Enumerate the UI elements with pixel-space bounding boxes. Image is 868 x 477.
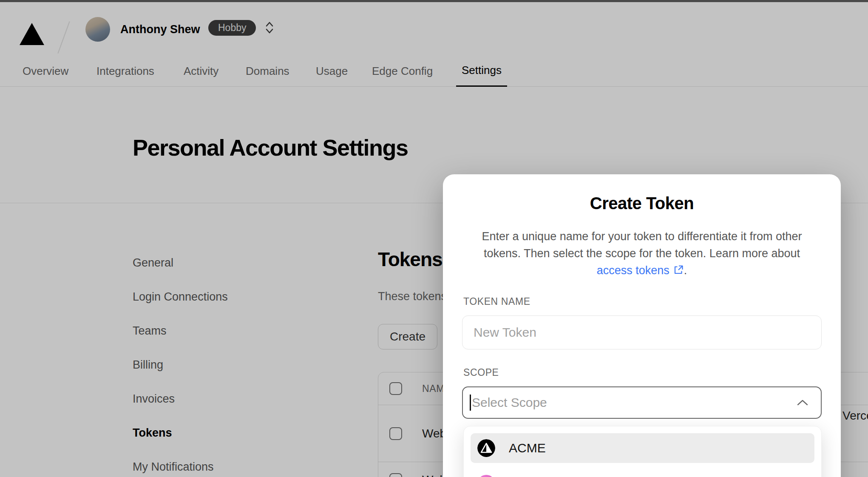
access-tokens-link[interactable]: access tokens <box>597 264 684 277</box>
scope-option-acme[interactable]: ACME <box>471 433 814 463</box>
modal-description-line3: access tokens . <box>443 262 841 279</box>
screen: Anthony Shew Hobby Overview Integrations… <box>0 0 868 477</box>
modal-description: Enter a unique name for your token to di… <box>443 228 841 279</box>
scope-option-label: ACME <box>509 441 546 455</box>
window-top-edge <box>0 0 868 2</box>
token-name-input[interactable] <box>462 315 822 349</box>
scope-select-placeholder: Select Scope <box>472 395 547 410</box>
external-link-icon <box>673 264 684 275</box>
chevron-up-icon[interactable] <box>796 399 809 406</box>
scope-select[interactable]: Select Scope <box>462 386 822 419</box>
acme-team-avatar <box>477 439 495 457</box>
modal-title: Create Token <box>443 194 841 213</box>
scope-label: SCOPE <box>463 367 499 378</box>
modal-description-line1: Enter a unique name for your token to di… <box>443 228 841 245</box>
modal-description-suffix: . <box>684 264 687 277</box>
text-cursor <box>470 395 471 411</box>
scope-option-partial[interactable] <box>471 469 814 477</box>
scope-dropdown: ACME <box>463 426 822 477</box>
team-avatar-pink <box>477 475 495 477</box>
token-name-label: TOKEN NAME <box>463 296 530 307</box>
create-token-modal: Create Token Enter a unique name for you… <box>443 174 841 477</box>
modal-description-line2: tokens. Then select the scope for the to… <box>443 245 841 262</box>
